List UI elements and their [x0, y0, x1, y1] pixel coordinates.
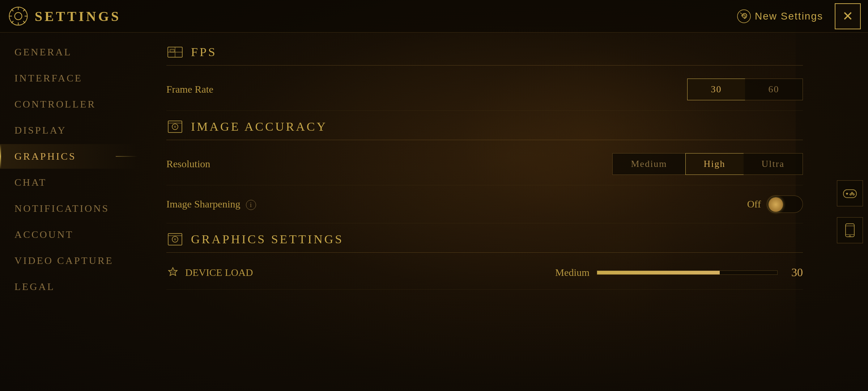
- resolution-medium-button[interactable]: Medium: [612, 153, 685, 175]
- device-load-row: DEVICE LOAD Medium 30: [166, 256, 803, 290]
- content-area: FPS Frame Rate 30 60: [137, 33, 832, 391]
- phone-icon-button[interactable]: [837, 217, 863, 243]
- svg-line-12: [740, 13, 742, 14]
- device-load-value: 30: [785, 266, 803, 279]
- device-load-icon: [166, 266, 179, 279]
- image-sharpening-value: Off: [747, 198, 761, 210]
- settings-gear-icon: [7, 5, 29, 27]
- image-sharpening-row: Image Sharpening i Off: [166, 185, 803, 223]
- sidebar-item-legal[interactable]: LEGAL: [0, 274, 137, 299]
- header-left: SETTINGS: [7, 5, 121, 27]
- graphics-settings-section: GRAPHICS SETTINGS DEVICE LOAD Medium: [166, 231, 803, 290]
- close-button[interactable]: ✕: [835, 3, 861, 29]
- resolution-options: Medium High Ultra: [612, 153, 803, 175]
- frame-rate-30-button[interactable]: 30: [687, 79, 745, 100]
- controller-icon-button[interactable]: [837, 180, 863, 206]
- svg-point-28: [851, 192, 853, 194]
- image-accuracy-icon: [166, 118, 184, 135]
- main-layout: GENERAL INTERFACE CONTROLLER DISPLAY GRA…: [0, 33, 868, 391]
- toggle-knob: [769, 197, 783, 212]
- graphics-settings-icon: [166, 231, 184, 248]
- header: SETTINGS New Settings ✕: [0, 0, 868, 33]
- image-sharpening-label: Image Sharpening i: [166, 198, 256, 210]
- svg-rect-16: [170, 49, 174, 52]
- svg-point-11: [743, 15, 745, 18]
- frame-rate-row: Frame Rate 30 60: [166, 68, 803, 111]
- sidebar-item-controller[interactable]: CONTROLLER: [0, 92, 137, 117]
- graphics-settings-section-header: GRAPHICS SETTINGS: [166, 231, 803, 253]
- phone-icon: [842, 222, 858, 238]
- gamepad-icon: [842, 185, 858, 201]
- device-load-bar-fill: [597, 271, 720, 274]
- svg-point-1: [14, 13, 22, 20]
- header-right: New Settings ✕: [731, 3, 861, 29]
- sidebar: GENERAL INTERFACE CONTROLLER DISPLAY GRA…: [0, 33, 137, 391]
- device-load-bar: [597, 270, 778, 275]
- resolution-label: Resolution: [166, 158, 210, 170]
- new-settings-label: New Settings: [755, 10, 823, 22]
- fps-icon: [166, 43, 184, 61]
- sidebar-item-display[interactable]: DISPLAY: [0, 118, 137, 143]
- frame-rate-60-button[interactable]: 60: [745, 79, 803, 100]
- sidebar-item-chat[interactable]: CHAT: [0, 170, 137, 195]
- image-sharpening-toggle[interactable]: [767, 196, 803, 213]
- graphics-settings-title: GRAPHICS SETTINGS: [191, 232, 344, 246]
- frame-rate-options: 30 60: [687, 79, 803, 100]
- device-load-label-wrap: DEVICE LOAD: [166, 266, 253, 279]
- device-load-level: Medium: [555, 267, 590, 278]
- sidebar-item-account[interactable]: ACCOUNT: [0, 222, 137, 247]
- fps-title: FPS: [191, 45, 217, 59]
- svg-rect-31: [846, 224, 854, 237]
- page-title: SETTINGS: [35, 8, 121, 24]
- new-settings-button[interactable]: New Settings: [731, 6, 829, 26]
- device-load-title: DEVICE LOAD: [185, 267, 253, 278]
- image-accuracy-title: IMAGE ACCURACY: [191, 120, 327, 134]
- image-sharpening-info-icon[interactable]: i: [246, 200, 256, 210]
- resolution-ultra-button[interactable]: Ultra: [744, 153, 803, 175]
- resolution-row: Resolution Medium High Ultra: [166, 143, 803, 185]
- sidebar-item-video-capture[interactable]: VIDEO CAPTURE: [0, 248, 137, 273]
- svg-point-19: [174, 126, 176, 128]
- svg-point-29: [853, 194, 854, 195]
- fps-section-header: FPS: [166, 43, 803, 66]
- svg-point-30: [850, 194, 851, 195]
- sidebar-item-notifications[interactable]: NOTIFICATIONS: [0, 196, 137, 221]
- image-accuracy-section-header: IMAGE ACCURACY: [166, 118, 803, 140]
- svg-rect-25: [843, 190, 856, 198]
- fps-section: FPS Frame Rate 30 60: [166, 43, 803, 111]
- sidebar-item-graphics[interactable]: GRAPHICS: [0, 144, 137, 169]
- image-sharpening-toggle-wrap: Off: [747, 196, 803, 213]
- resolution-high-button[interactable]: High: [685, 153, 744, 175]
- image-accuracy-section: IMAGE ACCURACY Resolution Medium High Ul…: [166, 118, 803, 223]
- sidebar-item-general[interactable]: GENERAL: [0, 40, 137, 64]
- frame-rate-label: Frame Rate: [166, 84, 213, 95]
- svg-point-23: [174, 238, 176, 240]
- sidebar-item-interface[interactable]: INTERFACE: [0, 66, 137, 91]
- device-load-controls: Medium 30: [253, 266, 803, 279]
- right-sidebar: [832, 33, 868, 391]
